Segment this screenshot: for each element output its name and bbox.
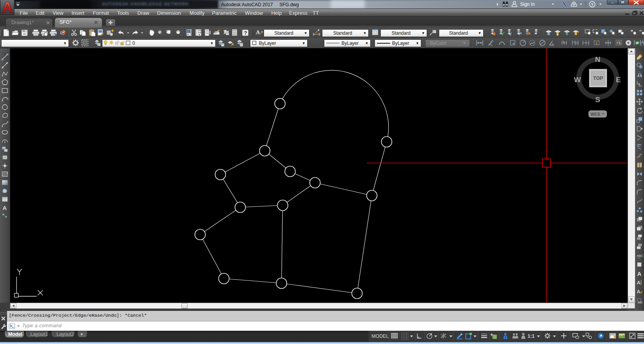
svg-text:A: A [637, 280, 641, 286]
svg-text:S: S [595, 95, 600, 104]
svg-text:A: A [637, 289, 640, 295]
svg-text:?: ? [591, 2, 594, 7]
svg-text:Sign In: Sign In [520, 2, 535, 7]
svg-text:1:1: 1:1 [528, 333, 535, 339]
svg-text:0: 0 [132, 41, 135, 46]
svg-text:ABC: ABC [638, 301, 643, 304]
svg-text:+1: +1 [617, 41, 621, 45]
svg-text:E: E [616, 76, 621, 84]
svg-text:W: W [574, 76, 581, 84]
svg-text:TOP: TOP [593, 76, 603, 81]
svg-text:?: ? [244, 30, 247, 36]
svg-text:WCS: WCS [591, 112, 600, 116]
svg-text:N: N [595, 55, 600, 64]
svg-text:A: A [637, 270, 642, 277]
svg-text:3: 3 [595, 41, 597, 45]
svg-text:A: A [3, 205, 7, 211]
svg-text:X: X [562, 0, 567, 8]
svg-text:MODEL: MODEL [371, 333, 389, 339]
